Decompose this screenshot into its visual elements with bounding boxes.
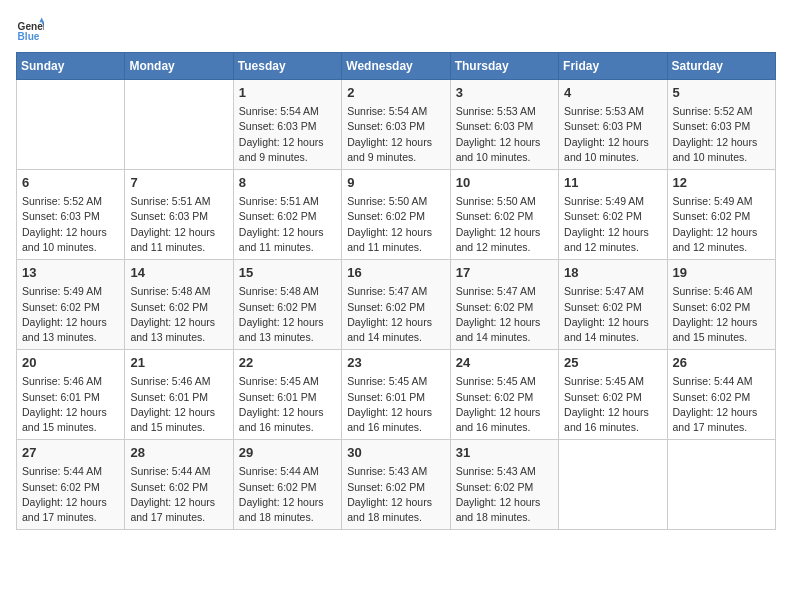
day-number: 13 (22, 264, 119, 282)
logo-icon: General Blue (16, 16, 44, 44)
day-number: 16 (347, 264, 444, 282)
day-number: 4 (564, 84, 661, 102)
calendar-cell: 8Sunrise: 5:51 AM Sunset: 6:02 PM Daylig… (233, 170, 341, 260)
calendar-week-5: 27Sunrise: 5:44 AM Sunset: 6:02 PM Dayli… (17, 440, 776, 530)
day-number: 17 (456, 264, 553, 282)
day-info: Sunrise: 5:49 AM Sunset: 6:02 PM Dayligh… (22, 284, 119, 345)
calendar-cell (125, 80, 233, 170)
calendar-week-2: 6Sunrise: 5:52 AM Sunset: 6:03 PM Daylig… (17, 170, 776, 260)
day-info: Sunrise: 5:45 AM Sunset: 6:01 PM Dayligh… (239, 374, 336, 435)
col-header-sunday: Sunday (17, 53, 125, 80)
day-info: Sunrise: 5:49 AM Sunset: 6:02 PM Dayligh… (673, 194, 770, 255)
calendar-cell: 14Sunrise: 5:48 AM Sunset: 6:02 PM Dayli… (125, 260, 233, 350)
col-header-friday: Friday (559, 53, 667, 80)
day-info: Sunrise: 5:44 AM Sunset: 6:02 PM Dayligh… (22, 464, 119, 525)
day-number: 1 (239, 84, 336, 102)
day-number: 2 (347, 84, 444, 102)
day-info: Sunrise: 5:52 AM Sunset: 6:03 PM Dayligh… (22, 194, 119, 255)
calendar-cell: 16Sunrise: 5:47 AM Sunset: 6:02 PM Dayli… (342, 260, 450, 350)
day-number: 21 (130, 354, 227, 372)
day-number: 24 (456, 354, 553, 372)
calendar-cell: 5Sunrise: 5:52 AM Sunset: 6:03 PM Daylig… (667, 80, 775, 170)
calendar-cell: 31Sunrise: 5:43 AM Sunset: 6:02 PM Dayli… (450, 440, 558, 530)
calendar-cell: 19Sunrise: 5:46 AM Sunset: 6:02 PM Dayli… (667, 260, 775, 350)
day-info: Sunrise: 5:51 AM Sunset: 6:02 PM Dayligh… (239, 194, 336, 255)
day-number: 5 (673, 84, 770, 102)
calendar-cell (667, 440, 775, 530)
day-info: Sunrise: 5:44 AM Sunset: 6:02 PM Dayligh… (239, 464, 336, 525)
calendar-cell: 3Sunrise: 5:53 AM Sunset: 6:03 PM Daylig… (450, 80, 558, 170)
day-info: Sunrise: 5:44 AM Sunset: 6:02 PM Dayligh… (130, 464, 227, 525)
day-number: 3 (456, 84, 553, 102)
day-info: Sunrise: 5:51 AM Sunset: 6:03 PM Dayligh… (130, 194, 227, 255)
day-info: Sunrise: 5:52 AM Sunset: 6:03 PM Dayligh… (673, 104, 770, 165)
day-number: 10 (456, 174, 553, 192)
calendar-cell: 23Sunrise: 5:45 AM Sunset: 6:01 PM Dayli… (342, 350, 450, 440)
day-info: Sunrise: 5:43 AM Sunset: 6:02 PM Dayligh… (347, 464, 444, 525)
day-number: 23 (347, 354, 444, 372)
calendar-header: SundayMondayTuesdayWednesdayThursdayFrid… (17, 53, 776, 80)
col-header-saturday: Saturday (667, 53, 775, 80)
day-info: Sunrise: 5:45 AM Sunset: 6:02 PM Dayligh… (456, 374, 553, 435)
calendar-cell (559, 440, 667, 530)
col-header-thursday: Thursday (450, 53, 558, 80)
page-header: General Blue (16, 16, 776, 44)
calendar-cell: 12Sunrise: 5:49 AM Sunset: 6:02 PM Dayli… (667, 170, 775, 260)
calendar-cell: 17Sunrise: 5:47 AM Sunset: 6:02 PM Dayli… (450, 260, 558, 350)
svg-text:Blue: Blue (18, 31, 40, 42)
calendar-cell (17, 80, 125, 170)
calendar-cell: 6Sunrise: 5:52 AM Sunset: 6:03 PM Daylig… (17, 170, 125, 260)
day-info: Sunrise: 5:53 AM Sunset: 6:03 PM Dayligh… (456, 104, 553, 165)
day-info: Sunrise: 5:47 AM Sunset: 6:02 PM Dayligh… (456, 284, 553, 345)
day-number: 8 (239, 174, 336, 192)
calendar-cell: 11Sunrise: 5:49 AM Sunset: 6:02 PM Dayli… (559, 170, 667, 260)
day-number: 26 (673, 354, 770, 372)
day-number: 27 (22, 444, 119, 462)
calendar-cell: 22Sunrise: 5:45 AM Sunset: 6:01 PM Dayli… (233, 350, 341, 440)
col-header-monday: Monday (125, 53, 233, 80)
day-number: 28 (130, 444, 227, 462)
calendar-table: SundayMondayTuesdayWednesdayThursdayFrid… (16, 52, 776, 530)
calendar-cell: 9Sunrise: 5:50 AM Sunset: 6:02 PM Daylig… (342, 170, 450, 260)
day-info: Sunrise: 5:47 AM Sunset: 6:02 PM Dayligh… (347, 284, 444, 345)
calendar-week-3: 13Sunrise: 5:49 AM Sunset: 6:02 PM Dayli… (17, 260, 776, 350)
calendar-cell: 28Sunrise: 5:44 AM Sunset: 6:02 PM Dayli… (125, 440, 233, 530)
day-number: 30 (347, 444, 444, 462)
day-number: 31 (456, 444, 553, 462)
day-info: Sunrise: 5:48 AM Sunset: 6:02 PM Dayligh… (130, 284, 227, 345)
day-number: 18 (564, 264, 661, 282)
day-info: Sunrise: 5:54 AM Sunset: 6:03 PM Dayligh… (239, 104, 336, 165)
col-header-tuesday: Tuesday (233, 53, 341, 80)
day-info: Sunrise: 5:54 AM Sunset: 6:03 PM Dayligh… (347, 104, 444, 165)
day-info: Sunrise: 5:46 AM Sunset: 6:02 PM Dayligh… (673, 284, 770, 345)
day-info: Sunrise: 5:53 AM Sunset: 6:03 PM Dayligh… (564, 104, 661, 165)
calendar-cell: 1Sunrise: 5:54 AM Sunset: 6:03 PM Daylig… (233, 80, 341, 170)
calendar-cell: 21Sunrise: 5:46 AM Sunset: 6:01 PM Dayli… (125, 350, 233, 440)
calendar-week-4: 20Sunrise: 5:46 AM Sunset: 6:01 PM Dayli… (17, 350, 776, 440)
day-number: 29 (239, 444, 336, 462)
logo: General Blue (16, 16, 50, 44)
calendar-cell: 20Sunrise: 5:46 AM Sunset: 6:01 PM Dayli… (17, 350, 125, 440)
calendar-cell: 7Sunrise: 5:51 AM Sunset: 6:03 PM Daylig… (125, 170, 233, 260)
calendar-cell: 25Sunrise: 5:45 AM Sunset: 6:02 PM Dayli… (559, 350, 667, 440)
calendar-cell: 27Sunrise: 5:44 AM Sunset: 6:02 PM Dayli… (17, 440, 125, 530)
day-info: Sunrise: 5:44 AM Sunset: 6:02 PM Dayligh… (673, 374, 770, 435)
day-number: 7 (130, 174, 227, 192)
calendar-cell: 26Sunrise: 5:44 AM Sunset: 6:02 PM Dayli… (667, 350, 775, 440)
day-number: 19 (673, 264, 770, 282)
day-info: Sunrise: 5:45 AM Sunset: 6:02 PM Dayligh… (564, 374, 661, 435)
calendar-cell: 4Sunrise: 5:53 AM Sunset: 6:03 PM Daylig… (559, 80, 667, 170)
day-info: Sunrise: 5:47 AM Sunset: 6:02 PM Dayligh… (564, 284, 661, 345)
day-info: Sunrise: 5:48 AM Sunset: 6:02 PM Dayligh… (239, 284, 336, 345)
day-number: 6 (22, 174, 119, 192)
calendar-cell: 30Sunrise: 5:43 AM Sunset: 6:02 PM Dayli… (342, 440, 450, 530)
calendar-cell: 2Sunrise: 5:54 AM Sunset: 6:03 PM Daylig… (342, 80, 450, 170)
day-number: 9 (347, 174, 444, 192)
day-info: Sunrise: 5:50 AM Sunset: 6:02 PM Dayligh… (347, 194, 444, 255)
day-number: 20 (22, 354, 119, 372)
day-number: 25 (564, 354, 661, 372)
calendar-cell: 24Sunrise: 5:45 AM Sunset: 6:02 PM Dayli… (450, 350, 558, 440)
day-info: Sunrise: 5:49 AM Sunset: 6:02 PM Dayligh… (564, 194, 661, 255)
calendar-week-1: 1Sunrise: 5:54 AM Sunset: 6:03 PM Daylig… (17, 80, 776, 170)
calendar-cell: 18Sunrise: 5:47 AM Sunset: 6:02 PM Dayli… (559, 260, 667, 350)
